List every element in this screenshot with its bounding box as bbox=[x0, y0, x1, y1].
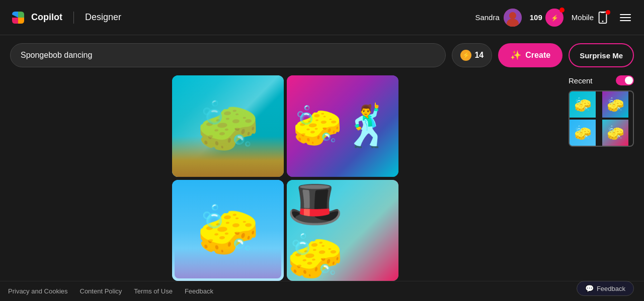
image-cell-1[interactable]: 🧽 bbox=[172, 75, 284, 177]
coin-badge: ⚡ 14 bbox=[452, 43, 492, 67]
search-input[interactable] bbox=[21, 51, 435, 60]
feedback-footer-link[interactable]: Feedback bbox=[185, 287, 213, 295]
recent-label: Recent bbox=[569, 76, 593, 85]
image-grid: 🧽 🧽🕺 🧽 🎩🧽 bbox=[172, 75, 398, 281]
terms-link[interactable]: Terms of Use bbox=[134, 287, 173, 295]
svg-text:⚡: ⚡ bbox=[550, 14, 558, 22]
header-right: Sandra 109 ⚡ Mobile bbox=[475, 9, 634, 27]
recent-thumbnail-2[interactable]: 🧽 bbox=[602, 91, 628, 118]
privacy-link[interactable]: Privacy and Cookies bbox=[8, 287, 68, 295]
logo-area: Copilot Designer bbox=[10, 10, 121, 26]
svg-point-7 bbox=[602, 21, 604, 22]
points-icon: ⚡ bbox=[545, 9, 564, 27]
recent-toggle[interactable] bbox=[616, 75, 634, 85]
feedback-icon: 💬 bbox=[585, 284, 594, 292]
image-cell-2[interactable]: 🧽🕺 bbox=[287, 75, 398, 177]
search-bar-area: ⚡ 14 ✨ Create Surprise Me bbox=[0, 35, 644, 75]
header: Copilot Designer Sandra 109 ⚡ bbox=[0, 0, 644, 35]
points-count: 109 bbox=[530, 13, 542, 22]
user-area[interactable]: Sandra bbox=[475, 9, 521, 27]
recent-thumbnail-3[interactable]: 🧽 bbox=[570, 120, 596, 146]
image-cell-4[interactable]: 🎩🧽 bbox=[287, 180, 398, 281]
recent-grid: 🧽 🧽 🧽 🧽 bbox=[569, 90, 634, 147]
create-button[interactable]: ✨ Create bbox=[498, 43, 562, 67]
header-divider bbox=[73, 12, 74, 24]
right-panel: Recent 🧽 🧽 🧽 🧽 bbox=[569, 75, 634, 281]
search-input-wrapper[interactable] bbox=[10, 43, 446, 67]
mobile-label: Mobile bbox=[572, 13, 594, 22]
logo-text: Copilot bbox=[31, 12, 62, 23]
points-area[interactable]: 109 ⚡ bbox=[530, 9, 564, 27]
coin-icon: ⚡ bbox=[460, 50, 471, 61]
image-cell-3[interactable]: 🧽 bbox=[172, 180, 284, 281]
surprise-me-label: Surprise Me bbox=[580, 51, 623, 60]
coin-count: 14 bbox=[474, 51, 484, 60]
footer: Privacy and Cookies Content Policy Terms… bbox=[0, 281, 644, 301]
copilot-logo-icon bbox=[10, 10, 26, 26]
app-name: Designer bbox=[85, 12, 121, 23]
hamburger-menu-button[interactable] bbox=[617, 11, 634, 24]
surprise-me-button[interactable]: Surprise Me bbox=[569, 43, 634, 67]
svg-rect-8 bbox=[601, 12, 604, 13]
hamburger-line-2 bbox=[620, 17, 631, 18]
avatar[interactable] bbox=[504, 9, 522, 27]
svg-point-2 bbox=[509, 12, 516, 19]
recent-thumbnail-1[interactable]: 🧽 bbox=[570, 91, 596, 118]
create-button-label: Create bbox=[525, 51, 550, 60]
hamburger-line-3 bbox=[620, 20, 631, 21]
feedback-button-label: Feedback bbox=[597, 285, 625, 292]
user-name: Sandra bbox=[475, 13, 499, 22]
content-policy-link[interactable]: Content Policy bbox=[80, 287, 122, 295]
main-content: 🧽 🧽🕺 🧽 🎩🧽 Recent 🧽 bbox=[0, 75, 644, 281]
recent-thumbnail-4[interactable]: 🧽 bbox=[602, 120, 628, 146]
recent-header: Recent bbox=[569, 75, 634, 85]
mobile-icon bbox=[597, 12, 609, 24]
create-button-icon: ✨ bbox=[510, 50, 521, 61]
hamburger-line-1 bbox=[620, 14, 631, 15]
mobile-area[interactable]: Mobile bbox=[572, 12, 609, 24]
feedback-button[interactable]: 💬 Feedback bbox=[577, 281, 634, 296]
